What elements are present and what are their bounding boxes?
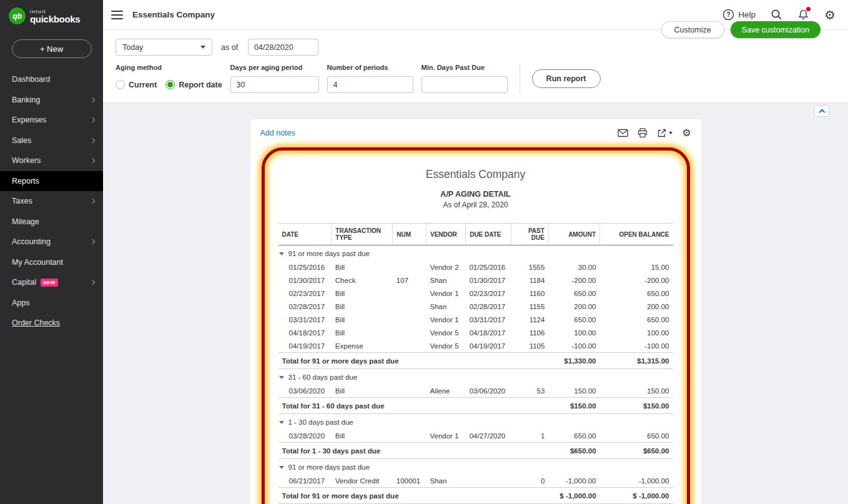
save-customization-button[interactable]: Save customization — [731, 21, 821, 38]
sidebar-item-label: Expenses — [12, 116, 46, 124]
sidebar-item-label: Apps — [12, 299, 30, 307]
chevron-right-icon — [90, 117, 95, 122]
report-total-row: Total for 91 or more days past due$ -1,0… — [279, 488, 673, 504]
report-transaction-row[interactable]: 01/30/2017Check107Shan01/30/20171184-200… — [279, 274, 673, 287]
sidebar-item-apps[interactable]: Apps — [0, 293, 103, 314]
sidebar-nav: DashboardBankingExpensesSalesWorkersRepo… — [0, 69, 103, 334]
report-total-row: Total for 31 - 60 days past due$150.00$1… — [279, 398, 673, 414]
hamburger-menu-icon[interactable] — [111, 11, 123, 19]
report-transaction-row[interactable]: 03/06/2020BillAilene03/06/202053150.0015… — [279, 384, 673, 398]
collapse-triangle-icon — [279, 376, 284, 379]
top-bar-icons: ? Help ⚙ — [722, 9, 836, 21]
main-area: Essentials Company ? Help ⚙ Customize — [103, 0, 848, 504]
sidebar-item-banking[interactable]: Banking — [0, 90, 103, 111]
quickbooks-label: quickbooks — [30, 14, 80, 24]
section-header-label: 31 - 60 days past due — [288, 373, 358, 381]
aging-method-radio-report-date[interactable]: Report date — [165, 80, 222, 89]
report-transaction-row[interactable]: 06/21/2017Vendor Credit100001Shan0-1,000… — [279, 474, 673, 488]
sidebar-item-label: Dashboard — [12, 75, 50, 84]
chevron-right-icon — [90, 138, 95, 143]
sidebar-item-taxes[interactable]: Taxes — [0, 191, 103, 212]
report-transaction-row[interactable]: 01/25/2016BillVendor 201/25/2016155530.0… — [279, 260, 673, 274]
sidebar-item-order-checks[interactable]: Order Checks — [0, 313, 103, 334]
report-section-header-row[interactable]: 1 - 30 days past due — [279, 414, 673, 430]
section-header-cell: 91 or more days past due — [279, 459, 673, 475]
column-header-date: DATE — [279, 224, 332, 245]
add-notes-link[interactable]: Add notes — [260, 129, 295, 137]
help-icon: ? — [722, 9, 734, 21]
days-per-period-input[interactable] — [230, 76, 319, 93]
sidebar-item-capital[interactable]: CapitalNEW — [0, 272, 103, 293]
report-transaction-row[interactable]: 04/19/2017ExpenseVendor 504/19/20171105-… — [279, 339, 673, 353]
export-button[interactable] — [657, 128, 673, 138]
section-header-cell: 31 - 60 days past due — [279, 369, 673, 385]
report-total-row: Total for 1 - 30 days past due$650.00$65… — [279, 443, 673, 459]
print-icon[interactable] — [638, 128, 648, 138]
number-of-periods-input[interactable] — [327, 76, 413, 93]
sidebar-item-sales[interactable]: Sales — [0, 131, 103, 151]
chevron-right-icon — [90, 158, 95, 163]
email-icon[interactable] — [618, 129, 628, 137]
sidebar-item-label: Mileage — [12, 217, 39, 226]
sidebar: qb intuit quickbooks + New DashboardBank… — [0, 0, 103, 504]
report-transaction-row[interactable]: 03/28/2020BillVendor 104/27/20201650.006… — [279, 429, 673, 443]
chevron-right-icon — [90, 280, 95, 285]
min-days-past-due-input[interactable] — [422, 76, 508, 93]
new-button[interactable]: + New — [12, 39, 92, 58]
run-report-button[interactable]: Run report — [532, 69, 601, 88]
chevron-right-icon — [90, 239, 95, 244]
new-badge: NEW — [41, 279, 58, 287]
aging-method-radio-current[interactable]: Current — [116, 80, 157, 89]
help-button[interactable]: ? Help — [722, 9, 756, 21]
as-of-label: as of — [221, 43, 238, 52]
number-of-periods-label: Number of periods — [327, 64, 413, 71]
sidebar-item-label: Order Checks — [12, 319, 60, 327]
sidebar-item-expenses[interactable]: Expenses — [0, 110, 103, 131]
radio-icon — [116, 80, 125, 89]
collapse-panel-button[interactable] — [814, 105, 829, 117]
sidebar-item-accounting[interactable]: Accounting — [0, 232, 103, 252]
report-highlight-annotation: Essentials Company A/P AGING DETAIL As o… — [262, 147, 690, 504]
sidebar-item-reports[interactable]: Reports — [0, 171, 103, 192]
settings-gear-icon[interactable]: ⚙ — [824, 9, 836, 21]
report-section-header-row[interactable]: 91 or more days past due — [279, 459, 673, 475]
notification-dot — [806, 7, 811, 11]
report-section-header-row[interactable]: 31 - 60 days past due — [279, 369, 673, 385]
chevron-right-icon — [90, 97, 95, 102]
report-period-value: Today — [122, 43, 143, 52]
ap-aging-detail-table: DATETRANSACTION TYPENUMVENDORDUE DATEPAS… — [279, 223, 673, 504]
sidebar-item-label: Taxes — [12, 197, 32, 205]
report-actions: Customize Save customization — [661, 21, 821, 38]
days-per-period-group: Days per aging period — [230, 64, 319, 93]
min-days-past-due-label: Min. Days Past Due — [422, 64, 508, 71]
report-total-row: Total for 91 or more days past due$1,330… — [279, 353, 673, 369]
report-card-header: Add notes ⚙ — [260, 128, 691, 138]
customize-button[interactable]: Customize — [661, 21, 724, 38]
sidebar-item-label: Capital — [12, 278, 36, 287]
quickbooks-logo: qb intuit quickbooks — [0, 0, 103, 29]
sidebar-item-label: Sales — [12, 136, 31, 145]
sidebar-item-mileage[interactable]: Mileage — [0, 212, 103, 232]
sidebar-item-dashboard[interactable]: Dashboard — [0, 69, 103, 90]
sidebar-item-workers[interactable]: Workers — [0, 151, 103, 171]
report-subtitle: A/P AGING DETAIL — [279, 190, 673, 199]
as-of-date-input[interactable] — [248, 39, 318, 56]
export-icon — [657, 128, 667, 138]
collapse-triangle-icon — [279, 252, 284, 255]
report-settings-gear-icon[interactable]: ⚙ — [682, 128, 691, 138]
sidebar-item-my-accountant[interactable]: My Accountant — [0, 252, 103, 273]
report-transaction-row[interactable]: 02/23/2017BillVendor 102/23/20171160650.… — [279, 287, 673, 300]
report-transaction-row[interactable]: 04/18/2017BillVendor 504/18/20171106100.… — [279, 326, 673, 339]
report-transaction-row[interactable]: 03/31/2017BillVendor 103/31/20171124650.… — [279, 313, 673, 326]
report-period-select[interactable]: Today — [116, 39, 212, 56]
report-transaction-row[interactable]: 02/28/2017BillShan02/28/20171155200.0020… — [279, 300, 673, 313]
radio-label: Current — [129, 81, 157, 89]
report-section-header-row[interactable]: 91 or more days past due — [279, 245, 673, 261]
notifications-bell-icon[interactable] — [797, 9, 809, 21]
days-per-period-label: Days per aging period — [230, 64, 319, 71]
report-header-row: DATETRANSACTION TYPENUMVENDORDUE DATEPAS… — [279, 224, 673, 245]
collapse-triangle-icon — [279, 466, 284, 469]
search-icon[interactable] — [771, 9, 782, 21]
section-header-label: 1 - 30 days past due — [288, 418, 353, 426]
chevron-down-icon — [669, 132, 673, 134]
